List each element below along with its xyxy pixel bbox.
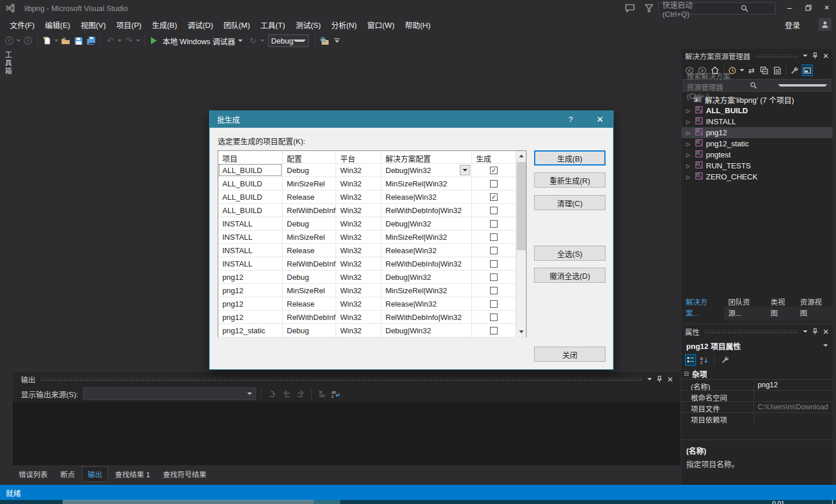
undo-dropdown-icon[interactable] [117, 39, 122, 42]
cell-platform[interactable]: Win32 [336, 297, 381, 310]
select-all-button[interactable]: 全选(S) [534, 246, 606, 261]
menu-item-0[interactable]: 文件(F) [5, 17, 40, 33]
tree-item-png12[interactable]: ▷+png12 [682, 127, 833, 138]
expander-icon[interactable]: ▷ [686, 152, 694, 158]
table-scrollbar[interactable] [516, 151, 526, 337]
build-checkbox[interactable] [490, 220, 498, 228]
expander-icon[interactable]: ▷ [686, 108, 694, 114]
se-close-icon[interactable]: ✕ [823, 52, 829, 60]
save-icon[interactable] [73, 34, 84, 47]
cell-platform[interactable]: Win32 [336, 217, 381, 230]
cell-solution-config[interactable]: Release|Win32 [381, 297, 472, 310]
expander-icon[interactable]: ▷ [686, 130, 694, 136]
scroll-down-icon[interactable] [517, 327, 526, 337]
cell-platform[interactable]: Win32 [336, 177, 381, 190]
se-pin-icon[interactable] [812, 52, 818, 59]
minimize-button[interactable]: – [780, 0, 799, 15]
cell-solution-config[interactable]: MinSizeRel|Win32 [381, 177, 472, 190]
dialog-titlebar[interactable]: 批生成 [210, 111, 613, 128]
cell-config[interactable]: Debug [283, 217, 336, 230]
cell-config[interactable]: MinSizeRel [283, 284, 336, 297]
cell-project[interactable]: png12 [218, 284, 283, 297]
redo-icon[interactable]: ↷ [123, 34, 135, 47]
cell-config[interactable]: Release [283, 244, 336, 257]
menu-item-4[interactable]: 生成(B) [147, 17, 182, 33]
avatar-icon[interactable] [819, 18, 831, 31]
cell-solution-config[interactable]: Release|Win32 [381, 190, 472, 203]
expander-icon[interactable]: ▷ [686, 141, 694, 147]
deselect-all-button[interactable]: 撤消全选(D) [534, 268, 606, 283]
build-checkbox[interactable] [490, 180, 498, 188]
cell-config[interactable]: Debug [283, 164, 336, 177]
cell-project[interactable]: png12 [218, 311, 283, 323]
cell-project[interactable]: ALL_BUILD [218, 190, 283, 203]
menu-item-8[interactable]: 测试(S) [290, 17, 326, 33]
build-checkbox[interactable] [490, 327, 498, 334]
categorized-icon[interactable] [685, 354, 696, 366]
tree-item-RUN_TESTS[interactable]: ▷+RUN_TESTS [682, 160, 833, 171]
cell-project[interactable]: png12 [218, 271, 283, 283]
cell-platform[interactable]: Win32 [336, 231, 381, 243]
feedback-icon[interactable] [625, 3, 635, 13]
bottom-tab-1[interactable]: 断点 [55, 466, 81, 482]
debugger-target-label[interactable]: 本地 Windows 调试器 [163, 35, 235, 46]
cell-config[interactable]: MinSizeRel [283, 231, 336, 243]
solution-config-select[interactable]: Debug [268, 34, 309, 47]
cell-config[interactable]: Release [283, 190, 336, 203]
redo-dropdown-icon[interactable] [136, 39, 140, 42]
new-file-icon[interactable] [41, 34, 53, 47]
sign-in-link[interactable]: 登录 [785, 19, 800, 30]
attach-refresh-icon[interactable]: ↻ [247, 34, 259, 47]
rebuild-button[interactable]: 重新生成(R) [534, 172, 606, 188]
cell-solution-config[interactable]: Debug|Win32 [381, 164, 472, 177]
property-row-0[interactable]: (名称)png12 [682, 379, 833, 390]
col-solution-config[interactable]: 解决方案配置 [381, 151, 472, 163]
cell-project[interactable]: INSTALL [218, 231, 283, 243]
debugger-target-dropdown-icon[interactable] [238, 39, 243, 42]
output-source-select[interactable] [83, 387, 256, 400]
cell-platform[interactable]: Win32 [336, 164, 381, 177]
properties-object-selector[interactable]: png12 项目属性 [682, 339, 833, 352]
se-collapse-all-icon[interactable] [759, 64, 770, 76]
open-file-icon[interactable] [60, 34, 71, 47]
tree-item-png12_static[interactable]: ▷+png12_static [682, 138, 833, 149]
cell-solution-config[interactable]: Debug|Win32 [381, 271, 472, 283]
cell-project[interactable]: INSTALL [218, 257, 283, 270]
se-window-position-icon[interactable] [803, 55, 808, 57]
menu-item-9[interactable]: 分析(N) [326, 17, 362, 33]
se-sync-active-document-icon[interactable]: ⇄ [746, 64, 757, 76]
cell-platform[interactable]: Win32 [336, 324, 381, 337]
cell-platform[interactable]: Win32 [336, 257, 381, 270]
cell-project[interactable]: ALL_BUILD [218, 164, 283, 177]
se-show-all-files-icon[interactable] [772, 64, 783, 76]
build-checkbox[interactable] [490, 287, 498, 294]
cell-platform[interactable]: Win32 [336, 311, 381, 323]
col-platform[interactable]: 平台 [336, 151, 381, 163]
property-value[interactable] [754, 391, 833, 401]
col-project[interactable]: 项目 [218, 151, 283, 163]
cell-project[interactable]: INSTALL [218, 217, 283, 230]
cell-config[interactable]: Debug [283, 271, 336, 283]
se-tab-0[interactable]: 解决方案... [682, 294, 724, 321]
menu-item-2[interactable]: 视图(V) [75, 17, 111, 33]
collapse-icon[interactable]: ⊟ [684, 370, 692, 377]
cell-solution-config[interactable]: Release|Win32 [381, 244, 472, 257]
cell-project[interactable]: ALL_BUILD [218, 177, 283, 190]
cell-solution-config[interactable]: MinSizeRel|Win32 [381, 284, 472, 297]
dialog-help-button[interactable]: ? [562, 111, 579, 128]
next-message-icon[interactable] [294, 388, 308, 399]
cell-solution-config[interactable]: Debug|Win32 [381, 324, 472, 337]
property-value[interactable]: png12 [754, 380, 833, 390]
menu-item-3[interactable]: 项目(P) [111, 17, 146, 33]
expander-icon[interactable]: ▷ [686, 119, 694, 125]
word-wrap-icon[interactable]: abc [329, 388, 343, 399]
output-close-icon[interactable]: ✕ [667, 375, 673, 384]
build-button[interactable]: 生成(B) [534, 150, 606, 165]
se-tab-2[interactable]: 类视图 [766, 294, 796, 321]
bottom-tab-2[interactable]: 输出 [82, 466, 108, 482]
cell-platform[interactable]: Win32 [336, 204, 381, 217]
cell-project[interactable]: INSTALL [218, 244, 283, 257]
cell-config[interactable]: RelWithDebInfo [283, 257, 336, 270]
build-checkbox[interactable] [490, 300, 498, 308]
properties-category-row[interactable]: ⊟ 杂项 [682, 368, 833, 379]
